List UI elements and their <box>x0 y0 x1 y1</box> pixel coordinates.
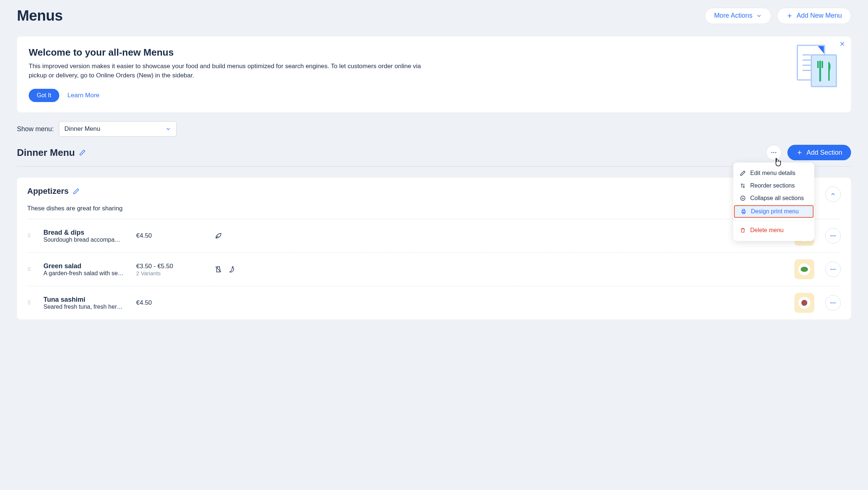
more-horizontal-icon <box>770 149 777 156</box>
svg-point-31 <box>830 269 832 270</box>
svg-point-35 <box>801 300 807 306</box>
item-variants: 2 Variants <box>136 270 210 276</box>
printer-icon <box>741 209 747 214</box>
chevron-down-icon <box>165 126 171 132</box>
add-new-menu-label: Add New Menu <box>797 12 842 20</box>
popover-item-label: Reorder sections <box>750 182 795 189</box>
pencil-icon <box>740 170 746 176</box>
item-description: Seared fresh tuna, fresh her… <box>43 304 132 310</box>
drag-handle-icon[interactable]: ⠿ <box>27 233 39 239</box>
show-menu-label: Show menu: <box>17 125 54 133</box>
item-price: €3.50 - €5.50 <box>136 263 210 270</box>
popover-item-label: Design print menu <box>751 208 799 215</box>
banner-title: Welcome to your all-new Menus <box>29 47 839 58</box>
item-thumbnail <box>794 259 814 279</box>
collapse-icon <box>740 195 746 201</box>
item-name: Green salad <box>43 262 132 270</box>
item-more-button[interactable] <box>825 295 841 311</box>
close-icon[interactable] <box>839 41 845 47</box>
svg-point-36 <box>830 302 832 304</box>
trash-icon <box>740 227 746 233</box>
svg-point-37 <box>833 302 834 304</box>
page-title: Menus <box>17 7 63 24</box>
reorder-icon <box>740 183 746 189</box>
drag-handle-icon[interactable]: ⠿ <box>27 266 39 272</box>
popover-item-label: Collapse all sections <box>750 195 804 202</box>
section-title: Appetizers <box>27 186 68 196</box>
menu-item-row: ⠿ Tuna sashimi Seared fresh tuna, fresh … <box>27 286 841 319</box>
item-name: Bread & dips <box>43 229 132 237</box>
svg-point-25 <box>830 235 832 237</box>
leaf-icon <box>214 232 222 240</box>
svg-point-30 <box>801 267 808 272</box>
chevron-down-icon <box>756 13 762 19</box>
svg-point-26 <box>833 235 834 237</box>
popover-divider <box>733 221 814 221</box>
item-price: €4.50 <box>136 299 210 307</box>
collapse-section-button[interactable] <box>825 186 841 202</box>
popover-design-print-menu[interactable]: Design print menu <box>734 205 814 218</box>
banner-illustration <box>795 44 839 88</box>
popover-delete-menu[interactable]: Delete menu <box>733 224 814 237</box>
drag-handle-icon[interactable]: ⠿ <box>27 300 39 306</box>
chevron-up-icon <box>830 191 836 197</box>
item-name: Tuna sashimi <box>43 296 132 304</box>
svg-point-14 <box>771 152 772 153</box>
svg-rect-21 <box>742 209 744 211</box>
more-actions-button[interactable]: More Actions <box>705 8 771 24</box>
popover-collapse-all[interactable]: Collapse all sections <box>733 192 814 204</box>
no-dairy-icon <box>214 265 222 273</box>
more-horizontal-icon <box>830 300 836 306</box>
popover-reorder-sections[interactable]: Reorder sections <box>733 179 814 192</box>
show-menu-dropdown[interactable]: Dinner Menu <box>59 121 177 137</box>
item-price: €4.50 <box>136 232 210 239</box>
item-thumbnail <box>794 293 814 313</box>
svg-point-38 <box>835 302 836 304</box>
svg-point-27 <box>835 235 836 237</box>
svg-point-32 <box>833 269 834 270</box>
item-description: Sourdough bread accompa… <box>43 237 132 243</box>
popover-edit-menu-details[interactable]: Edit menu details <box>733 167 814 179</box>
svg-rect-10 <box>811 55 836 87</box>
menu-item-row: ⠿ Green salad A garden-fresh salad with … <box>27 252 841 286</box>
edit-section-icon[interactable] <box>73 188 80 195</box>
add-new-menu-button[interactable]: Add New Menu <box>777 8 851 24</box>
item-more-button[interactable] <box>825 262 841 277</box>
menu-name: Dinner Menu <box>17 147 75 158</box>
svg-point-16 <box>775 152 776 153</box>
more-actions-label: More Actions <box>714 12 752 20</box>
edit-menu-name-icon[interactable] <box>79 149 86 156</box>
popover-item-label: Edit menu details <box>750 170 795 176</box>
section-description: These dishes are great for sharing <box>27 205 841 212</box>
show-menu-value: Dinner Menu <box>64 125 100 133</box>
plus-icon <box>786 13 793 19</box>
svg-point-15 <box>773 152 774 153</box>
popover-item-label: Delete menu <box>750 227 784 234</box>
got-it-button[interactable]: Got It <box>29 89 59 102</box>
svg-point-33 <box>835 269 836 270</box>
svg-point-19 <box>741 196 745 200</box>
more-horizontal-icon <box>830 232 836 239</box>
plus-icon <box>796 149 803 156</box>
menu-more-button[interactable] <box>766 145 781 160</box>
add-section-button[interactable]: Add Section <box>787 145 851 160</box>
more-horizontal-icon <box>830 266 836 273</box>
welcome-banner: Welcome to your all-new Menus This impro… <box>17 36 851 112</box>
banner-body: This improved version makes it easier to… <box>29 62 430 80</box>
menu-item-row: ⠿ Bread & dips Sourdough bread accompa… … <box>27 219 841 252</box>
item-more-button[interactable] <box>825 228 841 244</box>
menu-actions-popover: Edit menu details Reorder sections Colla… <box>733 162 814 241</box>
chili-icon <box>227 265 236 273</box>
menu-section-card: Appetizers These dishes are great for sh… <box>17 178 851 319</box>
learn-more-link[interactable]: Learn More <box>67 92 99 99</box>
item-description: A garden-fresh salad with se… <box>43 270 132 277</box>
add-section-label: Add Section <box>807 149 842 157</box>
